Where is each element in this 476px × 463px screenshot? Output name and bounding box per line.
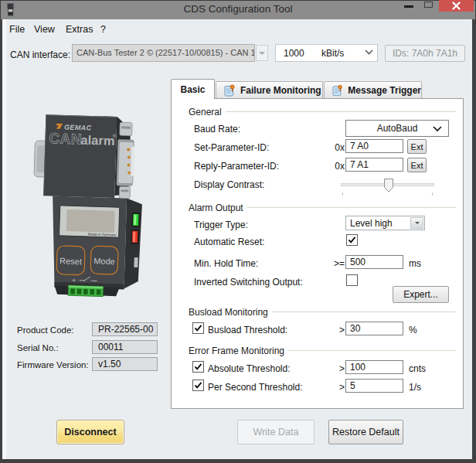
- busload-threshold-label: Busload Threshold:: [208, 325, 287, 335]
- application-window: CDS Configuration Tool File View Extras …: [0, 0, 476, 463]
- group-error-frame: Error Frame Monitoring: [189, 346, 456, 356]
- busload-threshold-checkbox[interactable]: [192, 322, 204, 334]
- device-led-green: [131, 213, 140, 227]
- chevron-down-icon: [433, 126, 442, 132]
- group-error-title: Error Frame Monitoring: [189, 346, 284, 356]
- close-icon: [452, 2, 461, 10]
- write-data-button: Write Data: [237, 420, 314, 444]
- window-inner-edge: [2, 19, 6, 459]
- group-alarm-output: Alarm Output: [189, 203, 456, 213]
- restore-default-button[interactable]: Restore Default: [328, 420, 403, 444]
- absolute-threshold-checkbox[interactable]: [192, 361, 204, 373]
- set-parameter-id-input[interactable]: [345, 139, 403, 153]
- trigger-type-label: Trigger Type:: [194, 220, 248, 230]
- chevron-down-icon: [365, 49, 373, 55]
- trigger-type-dropdown-button[interactable]: [410, 217, 423, 229]
- group-busload-line: [272, 312, 456, 312]
- baud-rate-toolbar-select[interactable]: 1000 kBit/s: [275, 44, 378, 62]
- group-general: General: [189, 107, 456, 117]
- reply-parameter-id-label: Reply-Parameter-ID:: [194, 161, 279, 172]
- per-second-threshold-input[interactable]: [345, 379, 403, 393]
- can-interface-select: CAN-Bus Tester 2 © (22517-10/00815) - CA…: [72, 44, 255, 62]
- device-foot-right: [102, 288, 119, 297]
- ids-button: IDs: 7A0h 7A1h: [385, 45, 465, 62]
- group-alarm-title: Alarm Output: [189, 203, 243, 213]
- set-parameter-id-ext-button[interactable]: Ext: [407, 139, 427, 154]
- checkmark-icon: [194, 324, 202, 332]
- display-contrast-label: Display Contrast:: [194, 179, 264, 190]
- reply-parameter-id-ext-button[interactable]: Ext: [407, 158, 427, 172]
- tab-failure-monitoring[interactable]: Failure Monitoring: [216, 81, 323, 98]
- chevron-down-icon: [415, 222, 420, 224]
- group-busload: Busload Monitoring: [189, 307, 456, 317]
- set-parameter-id-prefix: 0x: [329, 142, 345, 153]
- baud-rate-value: AutoBaud: [377, 123, 418, 134]
- window-title: CDS Configuration Tool: [114, 3, 362, 15]
- baud-rate-select[interactable]: AutoBaud: [345, 120, 449, 137]
- can-interface-select-arrow: [256, 45, 268, 61]
- trigger-type-value: Level high: [350, 218, 393, 229]
- automatic-reset-checkbox[interactable]: [346, 234, 358, 246]
- device-side-screw: [134, 257, 138, 267]
- menu-extras[interactable]: Extras: [66, 24, 93, 36]
- checkmark-icon: [194, 363, 202, 371]
- absolute-threshold-unit: cnts: [409, 363, 426, 374]
- maximize-button[interactable]: [423, 0, 435, 9]
- menu-help[interactable]: ?: [100, 24, 106, 36]
- slider-tick-left: [342, 192, 343, 196]
- absolute-threshold-input[interactable]: [345, 360, 403, 374]
- set-parameter-id-label: Set-Parameter-ID:: [194, 142, 269, 153]
- chevron-down-icon: [259, 52, 265, 55]
- trigger-type-select[interactable]: Level high: [345, 216, 425, 230]
- expert-button[interactable]: Expert...: [393, 286, 449, 303]
- serial-no-value: 00011: [92, 340, 158, 354]
- baud-value: 1000: [284, 48, 304, 59]
- per-second-threshold-checkbox[interactable]: [192, 380, 204, 391]
- disconnect-button[interactable]: Disconnect: [56, 420, 124, 444]
- tab-basic[interactable]: Basic: [171, 79, 215, 99]
- min-hold-time-label: Min. Hold Time:: [194, 258, 258, 269]
- device-model-can: CAN: [49, 130, 82, 147]
- busload-threshold-prefix: >: [329, 325, 345, 335]
- tab-trigger-label: Message Trigger: [348, 85, 421, 96]
- serial-no-label: Serial No.:: [17, 343, 59, 352]
- automatic-reset-label: Automatic Reset:: [194, 237, 264, 247]
- per-second-threshold-label: Per Second Threshold:: [208, 382, 303, 393]
- svg-text:Reset: Reset: [60, 256, 82, 266]
- device-foot-left: [54, 286, 68, 295]
- slider-thumb[interactable]: [383, 178, 393, 196]
- tab-failure-label: Failure Monitoring: [240, 85, 321, 96]
- min-hold-time-prefix: >=: [329, 258, 345, 269]
- busload-threshold-input[interactable]: [345, 322, 403, 335]
- absolute-threshold-prefix: >: [329, 363, 345, 374]
- device-terminal-block: [68, 285, 103, 296]
- baud-rate-label: Baud Rate:: [194, 124, 240, 134]
- group-general-line: [226, 111, 456, 112]
- device-lcd: Made in Germany: [60, 206, 120, 237]
- minimize-button[interactable]: [403, 0, 416, 11]
- can-interface-label: CAN interface:: [10, 49, 70, 60]
- inverted-output-label: Inverted Switching Output:: [194, 277, 303, 288]
- note-pin-icon: [224, 84, 235, 97]
- tab-message-trigger[interactable]: Message Trigger: [324, 81, 422, 98]
- note-pin-icon: [332, 84, 342, 97]
- device-led-red: [131, 230, 139, 244]
- menu-view[interactable]: View: [34, 24, 55, 36]
- reply-parameter-id-input[interactable]: [345, 158, 403, 172]
- per-second-threshold-unit: 1/s: [409, 382, 421, 393]
- min-hold-time-input[interactable]: [345, 255, 403, 269]
- busload-threshold-unit: %: [409, 325, 417, 335]
- checkmark-icon: [348, 236, 356, 244]
- minimize-icon: [404, 5, 413, 8]
- menu-file[interactable]: File: [9, 24, 25, 36]
- app-icon: [6, 3, 15, 16]
- close-button[interactable]: [439, 0, 474, 12]
- inverted-output-checkbox[interactable]: [346, 274, 358, 286]
- baud-unit: kBit/s: [321, 48, 344, 59]
- reply-parameter-id-prefix: 0x: [329, 161, 345, 172]
- device-photo: GEMAC CAN alarm ® Made in Germany Reset …: [23, 77, 155, 309]
- display-contrast-slider[interactable]: [341, 183, 434, 186]
- maximize-icon: [424, 2, 433, 8]
- group-busload-title: Busload Monitoring: [189, 307, 268, 318]
- absolute-threshold-label: Absolute Threshold:: [208, 363, 291, 374]
